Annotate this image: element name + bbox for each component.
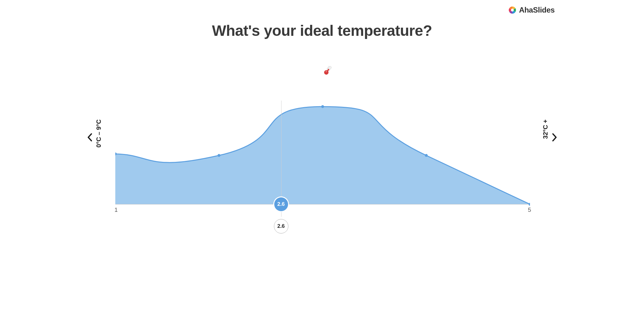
- brand-logo-icon: [508, 6, 516, 14]
- svg-line-7: [327, 68, 327, 69]
- axis-left-end-label: 0°C – 9°C: [95, 119, 102, 147]
- svg-line-6: [328, 67, 328, 68]
- axis-tick-min: 1: [115, 207, 118, 213]
- slide-stage: AhaSlides What's your ideal temperature?…: [81, 0, 564, 251]
- svg-point-10: [217, 154, 220, 157]
- svg-line-5: [328, 66, 329, 67]
- next-chevron[interactable]: [549, 132, 560, 143]
- axis-tick-max: 5: [528, 207, 531, 213]
- axis-right-end-label: 32°C +: [542, 119, 549, 139]
- thermometer-icon: [322, 66, 333, 75]
- chart-svg: [115, 97, 530, 214]
- prev-chevron[interactable]: [85, 132, 95, 143]
- svg-point-11: [321, 105, 324, 108]
- brand-name: AhaSlides: [519, 6, 554, 14]
- slide-title: What's your ideal temperature?: [81, 22, 564, 39]
- average-badge-primary: 2.6: [274, 197, 288, 211]
- distribution-chart: 1 5: [115, 97, 530, 214]
- average-value-secondary: 2.6: [277, 223, 285, 229]
- average-value-primary: 2.6: [277, 201, 285, 207]
- svg-point-12: [425, 154, 428, 157]
- average-badge-secondary: 2.6: [274, 219, 288, 233]
- svg-point-0: [511, 9, 514, 12]
- brand: AhaSlides: [508, 6, 554, 14]
